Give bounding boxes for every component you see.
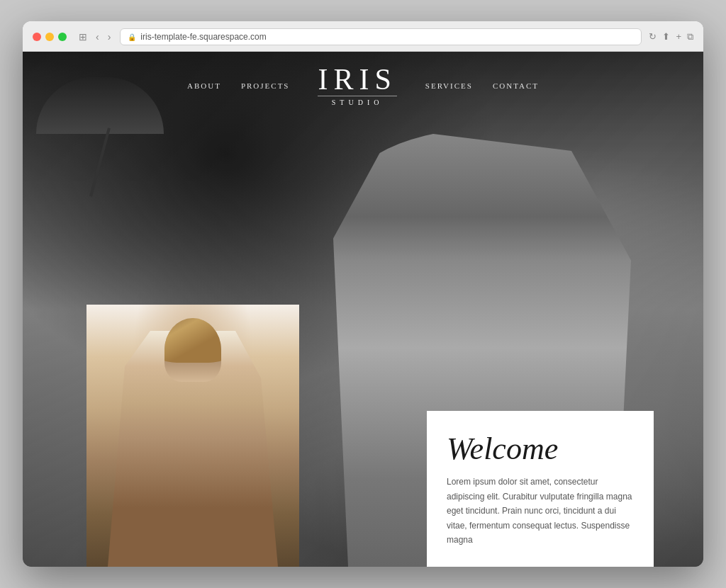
share-icon[interactable]: ⬆: [662, 31, 670, 43]
sidebar-toggle-button[interactable]: ⊞: [77, 32, 89, 42]
address-bar[interactable]: 🔒 iris-template-fe.squarespace.com: [120, 28, 642, 45]
maximize-button[interactable]: [58, 33, 67, 41]
navigation: About Projects IRIS STUDIO Services Cont…: [23, 52, 703, 119]
photo-head: [164, 318, 221, 382]
nav-right: Services Contact: [425, 81, 539, 90]
back-button[interactable]: ‹: [94, 32, 101, 42]
nav-projects[interactable]: Projects: [241, 81, 290, 90]
url-text: iris-template-fe.squarespace.com: [140, 32, 266, 42]
new-tab-icon[interactable]: +: [676, 31, 681, 43]
welcome-title: Welcome: [447, 432, 634, 466]
close-button[interactable]: [33, 33, 41, 41]
minimize-button[interactable]: [45, 33, 54, 41]
nav-left: About Projects: [187, 81, 289, 90]
nav-contact[interactable]: Contact: [493, 81, 539, 90]
logo-title[interactable]: IRIS: [318, 64, 396, 94]
reload-icon[interactable]: ↻: [649, 31, 657, 43]
forward-button[interactable]: ›: [106, 32, 113, 42]
nav-services[interactable]: Services: [425, 81, 473, 90]
browser-actions: ↻ ⬆ + ⧉: [649, 31, 693, 43]
photo-hair: [164, 318, 221, 363]
welcome-panel: Welcome Lorem ipsum dolor sit amet, cons…: [427, 411, 654, 567]
tabs-icon[interactable]: ⧉: [687, 31, 693, 43]
browser-controls: ⊞ ‹ ›: [77, 32, 113, 42]
lock-icon: 🔒: [128, 33, 136, 41]
welcome-body: Lorem ipsum dolor sit amet, consectetur …: [447, 475, 634, 547]
logo: IRIS STUDIO: [318, 64, 396, 106]
browser-window: ⊞ ‹ › 🔒 iris-template-fe.squarespace.com…: [23, 21, 703, 567]
browser-chrome: ⊞ ‹ › 🔒 iris-template-fe.squarespace.com…: [23, 21, 703, 52]
hero-section: About Projects IRIS STUDIO Services Cont…: [23, 52, 703, 567]
content-overlay: Welcome Lorem ipsum dolor sit amet, cons…: [23, 258, 703, 567]
traffic-lights: [33, 33, 67, 41]
logo-subtitle: STUDIO: [318, 96, 396, 106]
nav-about[interactable]: About: [187, 81, 221, 90]
photo-card: [86, 305, 299, 567]
website-content: About Projects IRIS STUDIO Services Cont…: [23, 52, 703, 567]
